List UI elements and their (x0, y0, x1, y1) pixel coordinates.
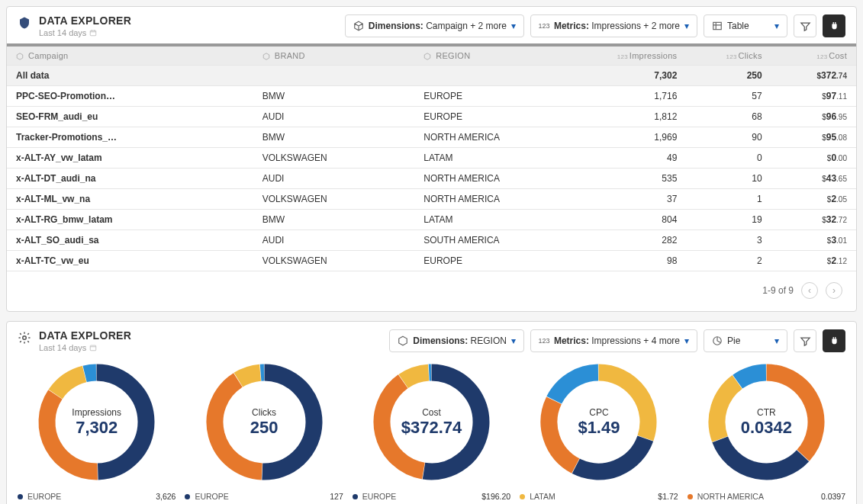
metrics-icon: 123 (539, 21, 549, 31)
calendar-icon (89, 344, 97, 352)
charts-panel: DATA EXPLORER Last 14 days Dimensions: R… (6, 321, 857, 504)
legend: LATAM$1.72EUROPE$1.54NORTH AMERICA$1.39S… (520, 490, 678, 504)
chevron-down-icon: ▾ (684, 21, 689, 31)
col-impressions[interactable]: 123Impressions (601, 47, 686, 66)
legend-dot (520, 494, 525, 499)
table-row-total: All data7,302250$372.74 (7, 66, 856, 86)
legend-value: $1.72 (658, 492, 678, 501)
table-row[interactable]: PPC-SEO-Promotion…BMWEUROPE1,71657$97.11 (7, 86, 856, 107)
panel-title: DATA EXPLORER (39, 329, 131, 342)
dimensions-dropdown[interactable]: Dimensions: REGION ▾ (389, 329, 524, 352)
col-clicks[interactable]: 123Clicks (686, 47, 771, 66)
legend: EUROPE$196.20NORTH AMERICA$140.79LATAM$3… (353, 490, 510, 504)
svg-rect-0 (91, 30, 97, 36)
panel-title: DATA EXPLORER (39, 14, 131, 27)
gear-icon (18, 331, 31, 345)
donut-label: CTR (757, 407, 776, 418)
legend-row: NORTH AMERICA0.0397 (688, 490, 845, 502)
plug-icon (829, 21, 840, 32)
legend-dot (185, 494, 190, 499)
chart-card-ctr: CTR0.0342NORTH AMERICA0.0397EUROPE0.035L… (688, 363, 845, 504)
explorer-icon (18, 16, 31, 30)
chart-card-clicks: Clicks250EUROPE127NORTH AMERICA101LATAM1… (185, 363, 343, 504)
plug-icon (829, 335, 840, 347)
data-table: Campaign BRAND REGION 123Impressions 123… (7, 47, 856, 271)
legend-value: 3,626 (156, 492, 175, 501)
legend-value: $196.20 (481, 492, 510, 501)
chart-card-cost: Cost$372.74EUROPE$196.20NORTH AMERICA$14… (353, 363, 510, 504)
calendar-icon (89, 29, 97, 37)
filter-icon (800, 21, 811, 32)
pager-prev[interactable]: ‹ (801, 282, 818, 299)
chart-card-cpc: CPC$1.49LATAM$1.72EUROPE$1.54NORTH AMERI… (520, 363, 678, 504)
chevron-down-icon: ▾ (774, 21, 779, 31)
table-row[interactable]: x-ALT_SO_audi_saAUDISOUTH AMERICA2823$3.… (7, 230, 856, 251)
table-row[interactable]: x-ALT-AY_vw_latamVOLKSWAGENLATAM490$0.00 (7, 148, 856, 169)
legend: EUROPE127NORTH AMERICA101LATAM19SOUTH AM… (185, 490, 343, 504)
table-row[interactable]: Tracker-Promotions_…BMWNORTH AMERICA1,96… (7, 127, 856, 148)
settings-button[interactable] (823, 329, 845, 352)
table-icon (712, 21, 723, 31)
table-wrap: Campaign BRAND REGION 123Impressions 123… (7, 43, 856, 271)
donut-value: 250 (250, 418, 279, 438)
table-row[interactable]: x-ALT-ML_vw_naVOLKSWAGENNORTH AMERICA371… (7, 189, 856, 210)
view-dropdown[interactable]: Table ▾ (704, 14, 787, 37)
legend-name: LATAM (530, 492, 555, 501)
legend-value: 127 (330, 492, 343, 501)
donut-label: Clicks (252, 407, 276, 418)
legend-dot (18, 494, 23, 499)
legend-name: EUROPE (27, 492, 61, 501)
chevron-down-icon: ▾ (511, 21, 516, 31)
chevron-down-icon: ▾ (511, 335, 516, 346)
svg-point-2 (23, 336, 27, 340)
pager-next[interactable]: › (826, 282, 842, 299)
donut-label: CPC (589, 407, 608, 418)
legend-row: EUROPE3,626 (18, 490, 175, 502)
panel-subtitle: Last 14 days (39, 343, 131, 352)
table-row[interactable]: x-ALT-TC_vw_euVOLKSWAGENEUROPE982$2.12 (7, 251, 856, 271)
charts-panel-header: DATA EXPLORER Last 14 days Dimensions: R… (7, 322, 856, 358)
legend-name: EUROPE (362, 492, 396, 501)
pager: 1-9 of 9 ‹ › (7, 271, 856, 311)
cube-icon (398, 335, 408, 346)
dimensions-dropdown[interactable]: Dimensions: Campaign + 2 more ▾ (345, 14, 524, 37)
panel-subtitle: Last 14 days (39, 28, 131, 37)
metrics-dropdown[interactable]: 123 Metrics: Impressions + 2 more ▾ (530, 14, 697, 37)
donut-label: Impressions (72, 407, 121, 418)
col-region[interactable]: REGION (414, 47, 601, 66)
chevron-down-icon: ▾ (774, 335, 779, 346)
table-row[interactable]: x-ALT-DT_audi_naAUDINORTH AMERICA53510$4… (7, 169, 856, 189)
filter-button[interactable] (794, 14, 816, 37)
legend-dot (688, 494, 693, 499)
donut-value: $372.74 (401, 418, 462, 438)
metrics-icon: 123 (539, 335, 549, 346)
pager-text: 1-9 of 9 (762, 285, 794, 296)
settings-button[interactable] (823, 14, 845, 37)
table-panel: DATA EXPLORER Last 14 days Dimensions: C… (6, 6, 857, 312)
donut-value: 0.0342 (741, 418, 792, 438)
legend-dot (353, 494, 358, 499)
chart-card-impressions: Impressions7,302EUROPE3,626NORTH AMERICA… (18, 363, 175, 504)
col-cost[interactable]: 123Cost (771, 47, 856, 66)
metrics-dropdown[interactable]: 123 Metrics: Impressions + 4 more ▾ (530, 329, 697, 352)
table-row[interactable]: x-ALT-RG_bmw_latamBMWLATAM80419$32.72 (7, 210, 856, 230)
filter-button[interactable] (794, 329, 816, 352)
donut-value: 7,302 (76, 418, 118, 438)
charts-row: Impressions7,302EUROPE3,626NORTH AMERICA… (7, 358, 856, 504)
col-campaign[interactable]: Campaign (7, 47, 253, 66)
cube-icon (353, 21, 364, 31)
table-row[interactable]: SEO-FRM_audi_euAUDIEUROPE1,81268$96.95 (7, 107, 856, 127)
donut-label: Cost (422, 407, 441, 418)
svg-rect-1 (713, 22, 722, 29)
donut-value: $1.49 (578, 418, 620, 438)
view-dropdown[interactable]: Pie ▾ (704, 329, 787, 352)
legend-name: NORTH AMERICA (697, 492, 764, 501)
pie-icon (712, 335, 723, 346)
legend-row: LATAM$1.72 (520, 490, 678, 502)
col-brand[interactable]: BRAND (253, 47, 414, 66)
filter-icon (800, 335, 811, 347)
legend: NORTH AMERICA0.0397EUROPE0.035LATAM0.022… (688, 490, 845, 504)
legend-row: EUROPE$196.20 (353, 490, 510, 502)
chevron-down-icon: ▾ (684, 335, 689, 346)
svg-rect-3 (91, 345, 97, 351)
